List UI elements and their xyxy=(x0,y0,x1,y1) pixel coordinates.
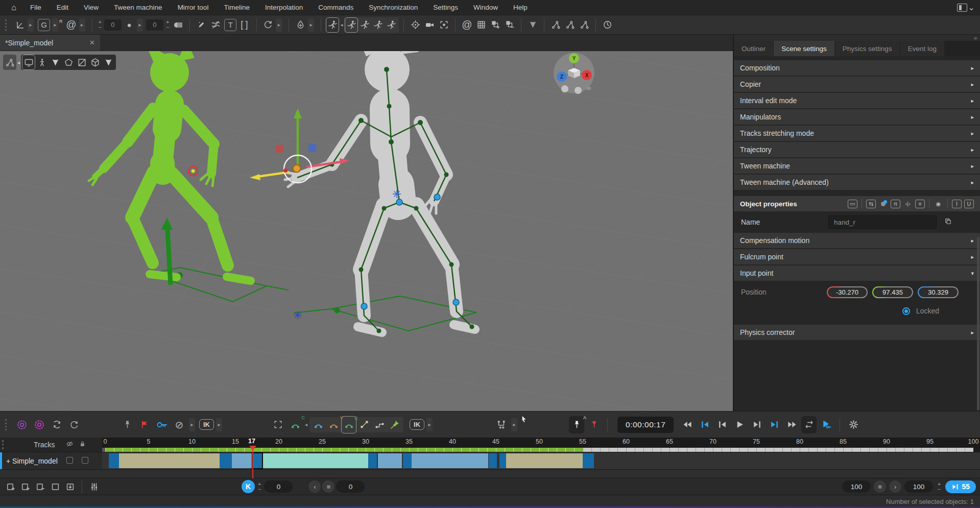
layout-switcher[interactable]: ⌄ xyxy=(957,3,980,12)
track-segment-key[interactable] xyxy=(583,453,594,468)
scale-list-button[interactable]: ≡ xyxy=(874,480,886,493)
play-physics-button[interactable] xyxy=(819,416,834,433)
joint-tool-2-button[interactable] xyxy=(563,17,577,33)
jump-end-button[interactable] xyxy=(767,416,782,433)
polygon-mode-button[interactable] xyxy=(62,55,75,70)
menu-item-settings[interactable]: Settings xyxy=(425,0,466,15)
jump-start-button[interactable] xyxy=(697,416,712,433)
inactive-range-strip[interactable] xyxy=(583,448,973,452)
track-segment-khaki[interactable] xyxy=(119,453,220,468)
next-list-button[interactable]: › xyxy=(889,480,901,493)
scale-stepper[interactable]: +− xyxy=(936,482,942,491)
track-checkbox-1[interactable] xyxy=(66,457,73,464)
track-segment-blue[interactable] xyxy=(232,453,252,468)
i-props-icon[interactable]: I xyxy=(952,200,962,208)
ik-flyout[interactable]: ▸ xyxy=(216,418,222,431)
list-value[interactable]: 0 xyxy=(336,480,365,493)
scale-value-field[interactable]: 100 xyxy=(842,480,871,493)
loop-playback-button[interactable] xyxy=(801,416,817,433)
interval-value-left[interactable]: 0 xyxy=(104,19,122,31)
active-range-strip[interactable] xyxy=(105,448,583,452)
ghost-flyout[interactable]: ▸ xyxy=(52,18,58,32)
visualizer-button[interactable] xyxy=(526,17,539,33)
interp-continuous-button[interactable]: C xyxy=(341,416,356,433)
animation-mode-button[interactable] xyxy=(326,17,339,33)
joint-tool-1-button[interactable] xyxy=(549,17,562,33)
track-segment-key[interactable] xyxy=(489,453,496,468)
filter-marker-button[interactable] xyxy=(586,416,602,433)
fast-forward-button[interactable] xyxy=(784,416,799,433)
copy-icon[interactable] xyxy=(944,217,952,227)
code-props-icon[interactable]: ‹|› xyxy=(903,200,913,208)
track-segment-key[interactable] xyxy=(220,453,232,468)
list-button[interactable]: ≡ xyxy=(322,480,334,493)
grid-button[interactable] xyxy=(474,17,488,33)
section-tracks-stretching-mode[interactable]: Tracks stretching mode▸ xyxy=(734,126,980,141)
interp-bezier-button[interactable] xyxy=(310,416,326,433)
key-tool-button[interactable] xyxy=(154,416,170,433)
cycle-arrows-button[interactable] xyxy=(49,416,64,433)
offset-stepper[interactable]: +− xyxy=(256,482,262,491)
track-segment-keysel[interactable] xyxy=(252,452,263,469)
gizmo-lock-icon[interactable] xyxy=(587,87,591,90)
track-segment-key[interactable] xyxy=(499,453,507,468)
tween-disable-button[interactable] xyxy=(209,17,222,33)
text-tool-button[interactable]: T xyxy=(224,19,236,31)
menu-item-commands[interactable]: Commands xyxy=(310,0,361,15)
track-segment-key[interactable] xyxy=(368,453,377,468)
cycle-tool-button[interactable] xyxy=(261,17,275,33)
clear-interval-button[interactable] xyxy=(49,480,62,493)
gizmo-center-handle[interactable] xyxy=(293,165,301,173)
track-segment-key[interactable] xyxy=(109,453,119,468)
panel-scrollbar[interactable] xyxy=(977,237,979,410)
track-segment-khaki[interactable] xyxy=(506,453,583,468)
section-tween-machine[interactable]: Tween machine▸ xyxy=(734,158,980,174)
autoposing-flyout[interactable]: ▸ xyxy=(79,18,85,32)
menu-item-edit[interactable]: Edit xyxy=(49,0,76,15)
axis-y-ball[interactable]: Y xyxy=(569,53,579,63)
interp-linear-button[interactable] xyxy=(356,416,372,433)
run-mode-3-button[interactable] xyxy=(371,17,385,33)
cycle-arrow2-button[interactable] xyxy=(66,416,82,433)
visibility-props-icon[interactable]: ◉ xyxy=(934,200,943,208)
axis-z-ball[interactable]: Z xyxy=(557,71,567,82)
retime-flyout[interactable]: ▸ xyxy=(511,418,517,431)
prohibit-button[interactable]: ⊘ xyxy=(172,416,187,433)
track-name[interactable]: + Simple_model xyxy=(0,457,58,465)
collapse-icon[interactable]: ◂ xyxy=(17,60,20,65)
prev-list-button[interactable]: ‹ xyxy=(308,480,321,493)
playbar-grip[interactable] xyxy=(5,419,10,430)
interval-stepper-right[interactable]: +− xyxy=(164,20,171,29)
ghost-mode-button[interactable]: G xyxy=(38,19,50,31)
remove-layer-button[interactable] xyxy=(503,17,516,33)
interp-fixed-button[interactable] xyxy=(387,416,402,433)
transform-tool-button[interactable] xyxy=(13,17,27,33)
ik-mode2-button[interactable]: IK xyxy=(410,419,424,430)
step-forward-button[interactable] xyxy=(749,416,764,433)
window-view-icon[interactable]: ▭ xyxy=(848,200,857,208)
position-y-field[interactable]: 97.435 xyxy=(872,286,913,298)
point-props-icon[interactable] xyxy=(878,200,888,208)
keyframe-flyout[interactable]: ▸ xyxy=(137,18,143,32)
position-z-field[interactable]: 30.329 xyxy=(918,286,959,298)
offset-value[interactable]: 0 xyxy=(264,480,293,493)
screen-mode-button[interactable] xyxy=(22,55,35,70)
menu-item-view[interactable]: View xyxy=(76,0,106,15)
transform-props-icon[interactable]: ⇆ xyxy=(866,200,876,208)
track-segment-blue[interactable] xyxy=(378,453,402,468)
animation-mode-back[interactable]: ◂ xyxy=(340,22,343,28)
track-segment-teal[interactable] xyxy=(263,453,368,468)
interp-auto-button[interactable]: C xyxy=(288,416,303,433)
import-interval-button[interactable] xyxy=(63,480,77,493)
panel-tab-outliner[interactable]: Outliner xyxy=(734,41,773,56)
section-composition[interactable]: Composition▸ xyxy=(734,60,980,76)
menu-item-window[interactable]: Window xyxy=(466,0,506,15)
interval-value-right[interactable]: 0 xyxy=(146,19,163,31)
track-label[interactable]: + Simple_model xyxy=(0,452,102,470)
interp-step-button[interactable] xyxy=(372,416,387,433)
fulcrum-add2-button[interactable] xyxy=(32,416,47,433)
locked-radio[interactable] xyxy=(902,307,910,315)
box-select-button[interactable] xyxy=(75,55,88,70)
scene-canvas[interactable]: Y Z X xyxy=(0,51,733,411)
subsection-input-point[interactable]: Input point▾ xyxy=(734,265,980,281)
